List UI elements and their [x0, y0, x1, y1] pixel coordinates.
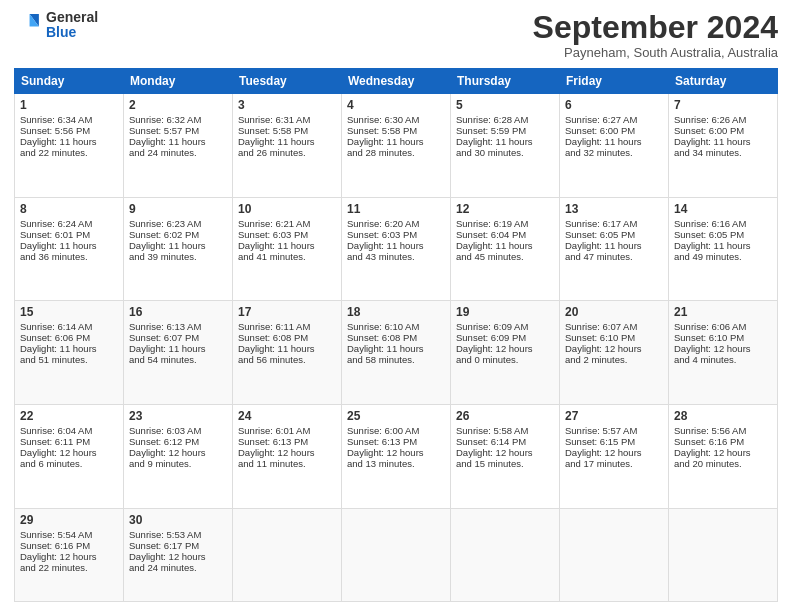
logo: General Blue — [14, 10, 98, 41]
table-row — [342, 508, 451, 601]
table-row: 28Sunrise: 5:56 AMSunset: 6:16 PMDayligh… — [669, 405, 778, 509]
header-monday: Monday — [124, 69, 233, 94]
table-row: 7Sunrise: 6:26 AMSunset: 6:00 PMDaylight… — [669, 94, 778, 198]
table-row: 1Sunrise: 6:34 AMSunset: 5:56 PMDaylight… — [15, 94, 124, 198]
table-row — [669, 508, 778, 601]
header-tuesday: Tuesday — [233, 69, 342, 94]
logo-icon — [14, 11, 42, 39]
location: Payneham, South Australia, Australia — [533, 45, 778, 60]
calendar-table: Sunday Monday Tuesday Wednesday Thursday… — [14, 68, 778, 602]
table-row: 15Sunrise: 6:14 AMSunset: 6:06 PMDayligh… — [15, 301, 124, 405]
table-row: 6Sunrise: 6:27 AMSunset: 6:00 PMDaylight… — [560, 94, 669, 198]
header-wednesday: Wednesday — [342, 69, 451, 94]
logo-general: General — [46, 9, 98, 25]
table-row — [560, 508, 669, 601]
header-thursday: Thursday — [451, 69, 560, 94]
table-row: 30Sunrise: 5:53 AMSunset: 6:17 PMDayligh… — [124, 508, 233, 601]
table-row: 23Sunrise: 6:03 AMSunset: 6:12 PMDayligh… — [124, 405, 233, 509]
table-row: 3Sunrise: 6:31 AMSunset: 5:58 PMDaylight… — [233, 94, 342, 198]
calendar-header: Sunday Monday Tuesday Wednesday Thursday… — [15, 69, 778, 94]
table-row: 19Sunrise: 6:09 AMSunset: 6:09 PMDayligh… — [451, 301, 560, 405]
table-row: 24Sunrise: 6:01 AMSunset: 6:13 PMDayligh… — [233, 405, 342, 509]
table-row: 2Sunrise: 6:32 AMSunset: 5:57 PMDaylight… — [124, 94, 233, 198]
table-row — [233, 508, 342, 601]
header-saturday: Saturday — [669, 69, 778, 94]
calendar-body: 1Sunrise: 6:34 AMSunset: 5:56 PMDaylight… — [15, 94, 778, 602]
table-row: 12Sunrise: 6:19 AMSunset: 6:04 PMDayligh… — [451, 197, 560, 301]
table-row: 14Sunrise: 6:16 AMSunset: 6:05 PMDayligh… — [669, 197, 778, 301]
table-row: 16Sunrise: 6:13 AMSunset: 6:07 PMDayligh… — [124, 301, 233, 405]
table-row: 8Sunrise: 6:24 AMSunset: 6:01 PMDaylight… — [15, 197, 124, 301]
table-row: 10Sunrise: 6:21 AMSunset: 6:03 PMDayligh… — [233, 197, 342, 301]
header-friday: Friday — [560, 69, 669, 94]
month-title: September 2024 — [533, 10, 778, 45]
table-row: 29Sunrise: 5:54 AMSunset: 6:16 PMDayligh… — [15, 508, 124, 601]
table-row: 25Sunrise: 6:00 AMSunset: 6:13 PMDayligh… — [342, 405, 451, 509]
table-row: 26Sunrise: 5:58 AMSunset: 6:14 PMDayligh… — [451, 405, 560, 509]
table-row — [451, 508, 560, 601]
table-row: 18Sunrise: 6:10 AMSunset: 6:08 PMDayligh… — [342, 301, 451, 405]
header-row: Sunday Monday Tuesday Wednesday Thursday… — [15, 69, 778, 94]
table-row: 21Sunrise: 6:06 AMSunset: 6:10 PMDayligh… — [669, 301, 778, 405]
table-row: 9Sunrise: 6:23 AMSunset: 6:02 PMDaylight… — [124, 197, 233, 301]
title-block: September 2024 Payneham, South Australia… — [533, 10, 778, 60]
page: General Blue September 2024 Payneham, So… — [0, 0, 792, 612]
table-row: 11Sunrise: 6:20 AMSunset: 6:03 PMDayligh… — [342, 197, 451, 301]
header: General Blue September 2024 Payneham, So… — [14, 10, 778, 60]
table-row: 13Sunrise: 6:17 AMSunset: 6:05 PMDayligh… — [560, 197, 669, 301]
table-row: 5Sunrise: 6:28 AMSunset: 5:59 PMDaylight… — [451, 94, 560, 198]
header-sunday: Sunday — [15, 69, 124, 94]
table-row: 17Sunrise: 6:11 AMSunset: 6:08 PMDayligh… — [233, 301, 342, 405]
table-row: 20Sunrise: 6:07 AMSunset: 6:10 PMDayligh… — [560, 301, 669, 405]
table-row: 27Sunrise: 5:57 AMSunset: 6:15 PMDayligh… — [560, 405, 669, 509]
table-row: 4Sunrise: 6:30 AMSunset: 5:58 PMDaylight… — [342, 94, 451, 198]
logo-blue: Blue — [46, 24, 76, 40]
table-row: 22Sunrise: 6:04 AMSunset: 6:11 PMDayligh… — [15, 405, 124, 509]
logo-text: General Blue — [46, 10, 98, 41]
